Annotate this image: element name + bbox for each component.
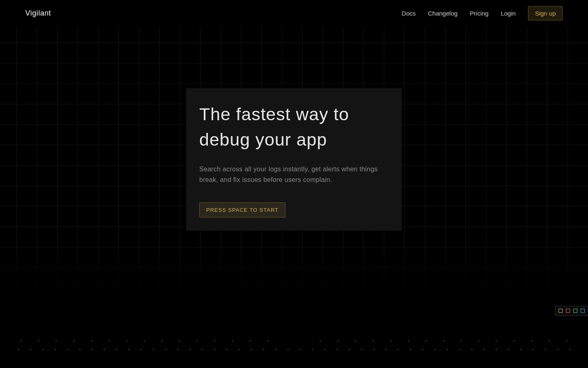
- color-square-blue[interactable]: [581, 309, 585, 313]
- dot: [109, 340, 110, 341]
- dot: [38, 340, 39, 341]
- dot: [532, 349, 534, 350]
- header: Vigilant Docs Changelog Pricing Login Si…: [0, 0, 588, 26]
- dot: [566, 340, 568, 341]
- dot: [144, 340, 145, 341]
- color-square-green[interactable]: [573, 309, 577, 313]
- dot: [202, 349, 203, 350]
- dot: [165, 349, 166, 350]
- dot: [408, 340, 409, 341]
- dot: [18, 349, 19, 350]
- dot: [349, 349, 350, 350]
- dot: [410, 349, 411, 350]
- dot: [549, 340, 550, 341]
- dot: [73, 340, 74, 341]
- color-square-yellow[interactable]: [559, 309, 563, 313]
- dot: [67, 349, 68, 350]
- dot: [459, 349, 460, 350]
- dot: [425, 340, 427, 341]
- nav-pricing[interactable]: Pricing: [470, 10, 489, 17]
- start-button[interactable]: PRESS SPACE TO START: [199, 202, 285, 218]
- nav-login[interactable]: Login: [501, 10, 516, 17]
- dot: [55, 349, 56, 350]
- dot-row: [0, 340, 588, 341]
- dot: [373, 340, 374, 341]
- dot: [91, 340, 92, 341]
- dot: [153, 349, 154, 350]
- dot: [312, 349, 313, 350]
- dot: [422, 349, 423, 350]
- dot: [128, 349, 129, 350]
- dot: [179, 340, 180, 341]
- dot: [226, 349, 227, 350]
- nav-docs[interactable]: Docs: [402, 10, 416, 17]
- dot: [337, 340, 339, 341]
- dot: [140, 349, 142, 350]
- dot: [336, 349, 338, 350]
- dot: [496, 349, 497, 350]
- dot: [461, 340, 462, 341]
- dot: [320, 340, 321, 341]
- dot: [214, 340, 215, 341]
- dot: [531, 340, 532, 341]
- color-palette: [555, 306, 588, 316]
- dot: [287, 349, 289, 350]
- dot: [508, 349, 509, 350]
- hero-title: The fastest way to debug your app: [199, 101, 389, 153]
- dot: [434, 349, 436, 350]
- dot: [232, 340, 233, 341]
- dot: [116, 349, 117, 350]
- dot: [42, 349, 44, 350]
- dot: [373, 349, 374, 350]
- dot: [355, 340, 356, 341]
- dot: [447, 349, 448, 350]
- dot: [496, 340, 497, 341]
- dot: [79, 349, 80, 350]
- dot: [161, 340, 163, 341]
- dot: [471, 349, 472, 350]
- dot: [361, 349, 362, 350]
- dot: [398, 349, 399, 350]
- hero-card: The fastest way to debug your app Search…: [186, 88, 402, 231]
- dot: [275, 349, 276, 350]
- dot: [189, 349, 191, 350]
- dot: [214, 349, 215, 350]
- dot: [238, 349, 240, 350]
- dot: [104, 349, 105, 350]
- dots-background: [0, 327, 588, 368]
- dot: [91, 349, 93, 350]
- dot: [569, 349, 570, 350]
- dot: [390, 340, 392, 341]
- dot: [557, 349, 558, 350]
- dot: [126, 340, 127, 341]
- dot: [267, 340, 268, 341]
- dot: [30, 349, 31, 350]
- dot: [483, 349, 485, 350]
- hero-subtitle: Search across all your logs instantly, g…: [199, 164, 389, 186]
- dot: [263, 349, 264, 350]
- color-square-red[interactable]: [566, 309, 570, 313]
- dot: [251, 349, 252, 350]
- dot: [514, 340, 515, 341]
- dot: [20, 340, 22, 341]
- dot: [545, 349, 546, 350]
- signup-button[interactable]: Sign up: [528, 6, 563, 20]
- dot: [385, 349, 387, 350]
- dot: [196, 340, 198, 341]
- dot: [249, 340, 251, 341]
- main-nav: Docs Changelog Pricing Login Sign up: [402, 6, 563, 20]
- dot: [324, 349, 325, 350]
- dot-row: [0, 349, 588, 350]
- grid-fade: [0, 247, 588, 321]
- nav-changelog[interactable]: Changelog: [428, 10, 458, 17]
- dot: [177, 349, 178, 350]
- dot: [520, 349, 521, 350]
- dot: [300, 349, 301, 350]
- logo[interactable]: Vigilant: [25, 9, 51, 18]
- dot: [443, 340, 444, 341]
- dot: [56, 340, 57, 341]
- dot: [478, 340, 479, 341]
